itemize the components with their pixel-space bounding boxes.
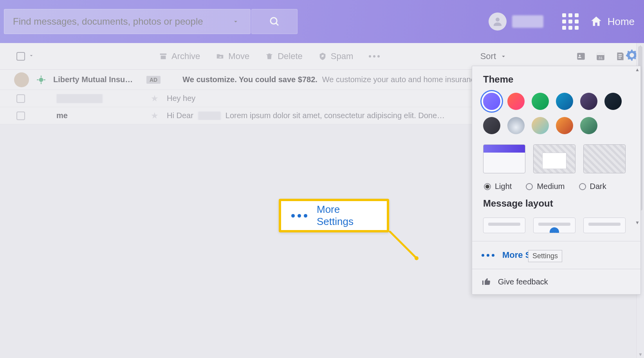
theme-mode-card-light[interactable] xyxy=(483,144,525,173)
theme-mode-radios: Light Medium Dark xyxy=(472,176,640,198)
panel-scroll-up-icon[interactable]: ▲ xyxy=(635,67,640,72)
theme-swatch[interactable] xyxy=(483,93,500,110)
svg-text:31: 31 xyxy=(599,55,603,59)
delete-icon xyxy=(265,52,274,61)
panel-scroll-down-icon[interactable]: ▼ xyxy=(635,220,640,225)
archive-icon xyxy=(159,52,168,61)
theme-swatch[interactable] xyxy=(507,117,525,134)
theme-swatch[interactable] xyxy=(580,117,597,134)
checkbox-icon[interactable] xyxy=(16,52,25,61)
subject-prefix: Hi Dear xyxy=(167,111,193,120)
subject-preview: Lorem ipsum dolor sit amet, consectetur … xyxy=(225,111,445,120)
sender: me xyxy=(56,111,143,120)
search-input[interactable] xyxy=(13,16,230,27)
home-icon xyxy=(590,15,603,28)
home-label: Home xyxy=(608,16,635,28)
svg-line-1 xyxy=(276,23,278,25)
delete-button[interactable]: Delete xyxy=(265,51,303,61)
settings-panel: ▲ Theme Light Medium Dark Message layout… xyxy=(472,66,641,295)
account-name-redacted xyxy=(512,15,543,28)
more-actions-button[interactable] xyxy=(369,51,380,61)
radio-icon xyxy=(579,183,586,190)
move-label: Move xyxy=(228,51,249,61)
svg-point-6 xyxy=(579,54,581,56)
radio-icon xyxy=(526,183,533,190)
subject-bold: We customize. You could save $782. xyxy=(182,75,317,84)
calendar-icon[interactable]: 31 xyxy=(595,51,606,61)
account-chip[interactable] xyxy=(489,13,551,31)
theme-swatches xyxy=(472,90,640,138)
sponsor-icon xyxy=(36,75,46,85)
sender-redacted xyxy=(56,94,103,103)
search-wrap xyxy=(4,9,298,34)
move-icon xyxy=(216,52,224,61)
redacted xyxy=(198,112,221,120)
notepad-icon[interactable] xyxy=(615,51,625,61)
layout-cards: ⌄ xyxy=(472,214,640,235)
radio-light[interactable]: Light xyxy=(484,182,512,191)
radio-dark[interactable]: Dark xyxy=(579,182,606,191)
avatar-icon xyxy=(489,13,507,31)
layout-card[interactable] xyxy=(583,218,626,233)
select-all[interactable] xyxy=(16,52,34,61)
radio-label: Light xyxy=(495,182,512,191)
annotation-callout: More Settings xyxy=(279,199,389,232)
svg-point-16 xyxy=(415,256,419,260)
theme-swatch[interactable] xyxy=(604,93,622,110)
layout-card[interactable] xyxy=(483,218,525,233)
avatar xyxy=(14,72,29,87)
ad-badge: AD xyxy=(146,76,161,84)
more-icon xyxy=(291,214,307,218)
app-header: Home xyxy=(0,0,644,43)
radio-medium[interactable]: Medium xyxy=(526,182,565,191)
theme-heading: Theme xyxy=(472,74,640,90)
subject-preview: We customize your auto and home insuranc… xyxy=(322,75,479,84)
theme-swatch[interactable] xyxy=(507,93,525,110)
theme-swatch[interactable] xyxy=(580,93,597,110)
sort-label: Sort xyxy=(480,51,496,61)
row-checkbox[interactable] xyxy=(16,94,25,103)
callout-label: More Settings xyxy=(317,203,377,228)
sender xyxy=(56,94,143,103)
expand-icon[interactable]: ⌄ xyxy=(550,227,559,233)
tooltip: Settings xyxy=(528,250,562,262)
row-checkbox[interactable] xyxy=(16,112,25,120)
header-right: Home xyxy=(489,0,635,43)
subject-text: Hey hey xyxy=(167,94,195,103)
theme-mode-card-dark[interactable] xyxy=(583,144,626,173)
annotation-arrow xyxy=(389,231,420,262)
theme-swatch[interactable] xyxy=(532,93,549,110)
search-button[interactable] xyxy=(251,9,298,34)
move-button[interactable]: Move xyxy=(216,51,249,61)
chevron-down-icon[interactable] xyxy=(230,18,242,25)
home-link[interactable]: Home xyxy=(590,15,635,28)
right-app-icons: 31 xyxy=(576,51,625,61)
svg-rect-8 xyxy=(597,53,604,55)
chevron-down-icon[interactable] xyxy=(28,52,34,60)
layout-card[interactable]: ⌄ xyxy=(533,218,575,233)
svg-line-15 xyxy=(389,231,417,258)
archive-label: Archive xyxy=(171,51,200,61)
thumbs-up-icon xyxy=(482,277,491,286)
svg-point-10 xyxy=(39,77,43,82)
theme-swatch[interactable] xyxy=(556,93,573,110)
spam-label: Spam xyxy=(331,51,353,61)
search-box[interactable] xyxy=(4,9,251,34)
radio-icon xyxy=(484,183,491,190)
svg-point-2 xyxy=(496,18,500,22)
give-feedback-link[interactable]: Give feedback xyxy=(472,269,640,294)
archive-button[interactable]: Archive xyxy=(159,51,200,61)
spam-button[interactable]: Spam xyxy=(318,51,353,61)
star-icon[interactable]: ★ xyxy=(150,111,160,121)
contacts-icon[interactable] xyxy=(576,51,586,61)
theme-swatch[interactable] xyxy=(556,117,573,134)
more-icon xyxy=(369,55,380,58)
sort-button[interactable]: Sort xyxy=(480,51,507,61)
star-icon[interactable]: ★ xyxy=(150,94,160,104)
apps-grid-icon[interactable] xyxy=(562,13,579,30)
toolbar-actions: Archive Move Delete Spam xyxy=(159,51,380,61)
spam-icon xyxy=(318,52,327,61)
theme-mode-card-medium[interactable] xyxy=(533,144,575,173)
theme-swatch[interactable] xyxy=(483,117,500,134)
theme-swatch[interactable] xyxy=(532,117,549,134)
